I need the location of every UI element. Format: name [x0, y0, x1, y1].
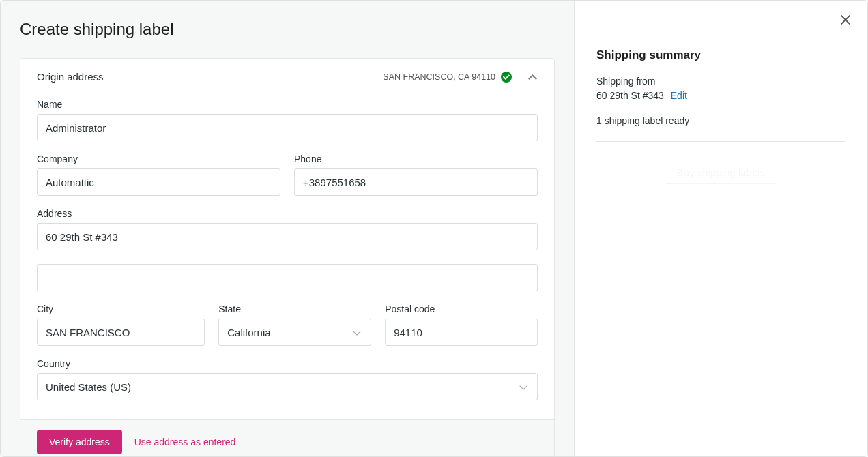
edit-origin-link[interactable]: Edit	[671, 90, 687, 101]
company-label: Company	[37, 153, 280, 164]
company-field: Company	[37, 153, 280, 196]
origin-card-body: Name Company Phone Ad	[20, 95, 554, 419]
check-icon	[501, 72, 512, 83]
phone-input[interactable]	[294, 168, 538, 196]
chevron-down-icon	[519, 382, 529, 392]
origin-address-card: Origin address SAN FRANCISCO, CA 94110 N…	[20, 58, 555, 456]
summary-from-address: 60 29th St #343	[596, 90, 664, 101]
chevron-up-icon[interactable]	[528, 72, 538, 82]
origin-section-title: Origin address	[37, 71, 375, 83]
buy-shipping-labels-button[interactable]: Buy shipping labels	[666, 161, 776, 184]
main-panel: Create shipping label Origin address SAN…	[1, 1, 574, 456]
verify-address-button[interactable]: Verify address	[37, 430, 122, 454]
origin-badge-text: SAN FRANCISCO, CA 94110	[383, 72, 495, 82]
use-address-as-entered-link[interactable]: Use address as entered	[134, 437, 236, 447]
state-value: California	[227, 327, 270, 338]
company-input[interactable]	[37, 168, 280, 196]
name-input[interactable]	[37, 114, 538, 141]
shipping-label-modal: Create shipping label Origin address SAN…	[0, 0, 868, 457]
country-value: United States (US)	[46, 381, 131, 393]
postal-label: Postal code	[385, 304, 538, 314]
state-label: State	[218, 304, 371, 314]
summary-title: Shipping summary	[596, 48, 845, 62]
country-label: Country	[37, 358, 538, 369]
phone-field: Phone	[294, 153, 538, 196]
city-input[interactable]	[37, 319, 205, 346]
address2-input[interactable]	[37, 264, 538, 291]
address-input[interactable]	[37, 223, 538, 250]
country-field: Country United States (US)	[37, 358, 538, 400]
name-field: Name	[37, 99, 538, 141]
origin-card-header[interactable]: Origin address SAN FRANCISCO, CA 94110	[20, 59, 554, 95]
postal-field: Postal code	[385, 304, 538, 346]
page-title: Create shipping label	[20, 20, 555, 39]
summary-sidebar: Shipping summary Shipping from 60 29th S…	[574, 1, 867, 456]
close-icon[interactable]	[839, 13, 852, 27]
city-field: City	[37, 304, 205, 346]
phone-label: Phone	[294, 153, 538, 164]
postal-input[interactable]	[385, 319, 538, 346]
summary-from-label: Shipping from	[596, 74, 845, 89]
summary-divider	[596, 141, 845, 142]
summary-ready-text: 1 shipping label ready	[596, 115, 845, 126]
name-label: Name	[37, 99, 538, 110]
country-select[interactable]: United States (US)	[37, 373, 538, 400]
address-label: Address	[37, 208, 538, 219]
state-field: State California	[218, 304, 371, 346]
address-field: Address	[37, 208, 538, 291]
city-label: City	[37, 304, 205, 314]
origin-card-footer: Verify address Use address as entered	[20, 419, 554, 456]
origin-header-meta: SAN FRANCISCO, CA 94110	[383, 72, 538, 83]
state-select[interactable]: California	[218, 319, 371, 346]
chevron-down-icon	[353, 327, 362, 337]
summary-from: Shipping from 60 29th St #343 Edit	[596, 74, 845, 103]
